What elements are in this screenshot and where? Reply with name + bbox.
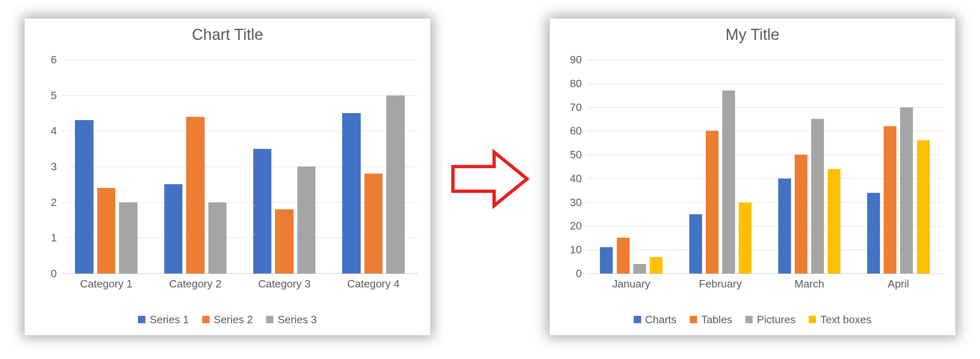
y-tick-label: 0 — [576, 267, 587, 280]
chart-title-left: Chart Title — [25, 19, 430, 51]
gridline — [587, 60, 943, 60]
gridline — [62, 167, 418, 167]
legend-swatch — [745, 316, 753, 323]
gridline — [62, 131, 418, 131]
legend-item: Charts — [634, 313, 677, 326]
arrow-right-icon — [449, 148, 531, 210]
y-tick-label: 50 — [570, 148, 587, 161]
bar — [119, 202, 137, 273]
bar — [633, 264, 646, 273]
x-tick-label: Category 2 — [169, 273, 222, 290]
x-tick-label: March — [795, 273, 824, 290]
plot-area-right: 0102030405060708090JanuaryFebruaryMarchA… — [587, 60, 943, 273]
bar — [253, 149, 271, 273]
y-tick-label: 70 — [570, 101, 587, 113]
bar — [778, 178, 791, 273]
y-tick-label: 90 — [570, 53, 587, 66]
bar — [917, 140, 930, 273]
bar — [811, 119, 824, 273]
chart-title-right: My Title — [550, 19, 955, 51]
bar — [722, 90, 735, 273]
y-tick-label: 20 — [570, 220, 587, 232]
x-tick-label: Category 1 — [80, 273, 133, 290]
bar — [795, 155, 807, 273]
y-tick-label: 1 — [51, 232, 62, 244]
bar — [75, 120, 93, 273]
legend-label: Tables — [701, 313, 732, 326]
x-tick-label: April — [888, 273, 909, 290]
bar — [617, 238, 630, 273]
bar — [828, 169, 840, 273]
legend-left: Series 1Series 2Series 3 — [25, 313, 430, 327]
legend-item: Series 2 — [202, 313, 253, 326]
x-tick-label: January — [612, 273, 651, 290]
stage: Chart Title 0123456Category 1Category 2C… — [0, 0, 980, 359]
bar — [208, 202, 226, 273]
y-tick-label: 3 — [51, 160, 62, 173]
bar — [689, 214, 702, 273]
legend-item: Text boxes — [809, 313, 871, 326]
y-tick-label: 80 — [570, 77, 587, 90]
legend-label: Pictures — [757, 313, 796, 326]
y-tick-label: 5 — [51, 89, 62, 102]
bar — [739, 202, 751, 273]
bar — [275, 209, 293, 273]
bar — [650, 257, 663, 273]
gridline — [587, 107, 943, 108]
bar — [97, 188, 115, 273]
y-tick-label: 2 — [51, 196, 62, 208]
bar — [386, 95, 404, 273]
y-tick-label: 4 — [51, 125, 62, 137]
legend-swatch — [202, 316, 210, 323]
legend-swatch — [266, 316, 273, 323]
legend-item: Series 1 — [138, 313, 189, 326]
bar — [342, 113, 360, 273]
x-tick-label: Category 3 — [258, 273, 310, 290]
legend-label: Series 3 — [278, 313, 317, 326]
gridline — [587, 83, 943, 84]
chart-panel-left: Chart Title 0123456Category 1Category 2C… — [25, 19, 430, 335]
plot-area-left: 0123456Category 1Category 2Category 3Cat… — [62, 60, 418, 273]
legend-item: Pictures — [745, 313, 796, 326]
legend-label: Series 1 — [149, 313, 189, 326]
legend-swatch — [138, 316, 145, 323]
legend-item: Series 3 — [266, 313, 317, 326]
bar — [186, 117, 204, 273]
legend-label: Series 2 — [214, 313, 253, 326]
legend-label: Text boxes — [820, 313, 871, 326]
bar — [297, 167, 315, 273]
x-tick-label: February — [699, 273, 742, 290]
bar — [364, 174, 383, 273]
bar — [164, 184, 182, 273]
y-tick-label: 0 — [51, 267, 62, 280]
bar — [706, 131, 719, 273]
bar — [884, 126, 896, 273]
legend-swatch — [690, 316, 697, 323]
x-tick-label: Category 4 — [347, 273, 399, 290]
bar — [900, 107, 913, 273]
bar — [600, 247, 613, 273]
gridline — [62, 60, 418, 60]
legend-label: Charts — [645, 313, 677, 326]
legend-swatch — [634, 316, 641, 323]
legend-item: Tables — [690, 313, 732, 326]
y-tick-label: 60 — [570, 125, 587, 137]
y-tick-label: 30 — [570, 196, 587, 208]
bar — [867, 193, 880, 273]
gridline — [62, 95, 418, 96]
y-tick-label: 40 — [570, 172, 587, 185]
chart-panel-right: My Title 0102030405060708090JanuaryFebru… — [550, 19, 955, 335]
legend-right: ChartsTablesPicturesText boxes — [550, 313, 955, 327]
y-tick-label: 6 — [51, 53, 62, 66]
y-tick-label: 10 — [570, 243, 587, 256]
legend-swatch — [809, 316, 816, 323]
